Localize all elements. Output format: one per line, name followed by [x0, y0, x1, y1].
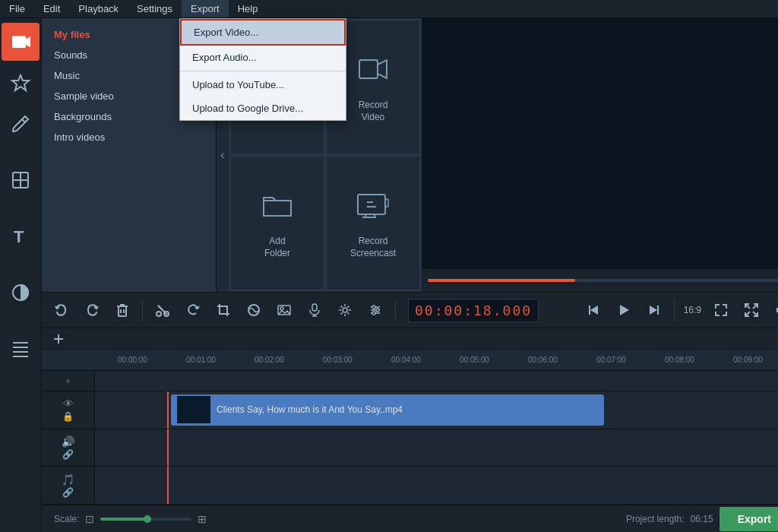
export-audio-item[interactable]: Export Audio... — [180, 46, 346, 69]
export-dropdown-menu: Export Video... Export Audio... Upload t… — [179, 18, 346, 121]
export-video-item[interactable]: Export Video... — [180, 19, 346, 46]
upload-youtube-item[interactable]: Upload to YouTube... — [180, 73, 346, 97]
dropdown-overlay[interactable]: Export Video... Export Audio... Upload t… — [0, 0, 778, 532]
upload-google-drive-item[interactable]: Upload to Google Drive... — [180, 97, 346, 120]
dropdown-divider — [180, 71, 346, 71]
